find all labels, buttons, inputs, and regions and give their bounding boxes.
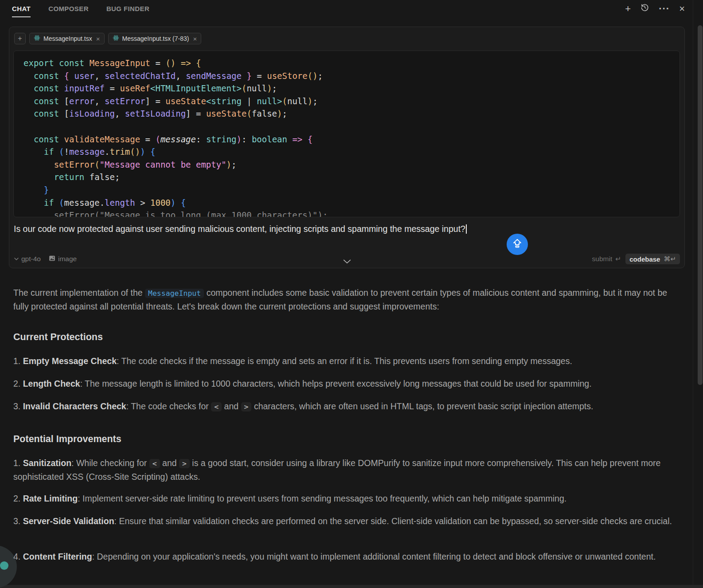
list-item: 2. Length Check: The message length is l… (13, 377, 680, 391)
react-icon (113, 35, 119, 43)
submit-arrow-icon (512, 238, 523, 251)
list-item: 1. Sanitization: While checking for < an… (13, 457, 680, 483)
model-name: gpt-4o (21, 255, 41, 263)
chip-label: MessageInput.tsx (43, 35, 92, 42)
inline-code: MessageInput (145, 289, 204, 298)
return-key-icon: ↵ (615, 255, 621, 263)
model-selector[interactable]: gpt-4o (14, 255, 41, 263)
attach-image-button[interactable]: image (48, 255, 77, 264)
code-line: if (message.length > 1000) { (23, 196, 680, 209)
code-line: export const MessageInput = () => { (23, 57, 680, 70)
bottom-edge (0, 585, 703, 588)
submit-action[interactable]: submit ↵ (592, 255, 621, 263)
chat-panel: CHATCOMPOSERBUG FINDER + ··· × + Message… (0, 0, 703, 588)
chip-close-icon[interactable]: × (96, 35, 100, 43)
add-context-button[interactable]: + (14, 33, 26, 44)
message-input[interactable]: Is our code now protected against user s… (14, 224, 670, 234)
inline-code: > (241, 402, 252, 412)
list-item: 2. Rate Limiting: Implement server-side … (13, 492, 680, 506)
close-panel-button[interactable]: × (679, 3, 685, 15)
more-options-button[interactable]: ··· (659, 3, 670, 15)
code-line: } (23, 184, 680, 196)
tab-composer[interactable]: COMPOSER (48, 5, 89, 16)
context-chips: + MessageInput.tsx×MessageInput.tsx (7-8… (14, 33, 201, 44)
send-button[interactable] (507, 234, 528, 255)
plus-icon: + (625, 3, 631, 15)
response-intro: The current implementation of the Messag… (13, 286, 679, 313)
ellipsis-icon: ··· (659, 3, 670, 15)
new-chat-button[interactable]: + (625, 3, 631, 15)
code-line: if (!message.trim()) { (23, 145, 680, 158)
code-line: const validateMessage = (message: string… (23, 133, 680, 146)
list-item: 3. Invalid Characters Check: The code ch… (13, 400, 680, 414)
inline-code: < (149, 459, 160, 468)
inline-code: < (211, 402, 222, 412)
scrollbar[interactable] (698, 25, 703, 385)
react-icon (34, 35, 40, 43)
image-icon (48, 255, 56, 264)
header-actions: + ··· × (625, 3, 685, 15)
plus-icon: + (18, 35, 22, 43)
inline-code: > (179, 459, 190, 468)
section-heading: Current Protections (13, 332, 103, 343)
history-icon (640, 3, 649, 15)
codebase-button[interactable]: codebase ⌘↵ (625, 254, 680, 264)
composer: + MessageInput.tsx×MessageInput.tsx (7-8… (9, 27, 685, 268)
tab-bar: CHATCOMPOSERBUG FINDER (0, 0, 703, 20)
list-item: 3. Server-Side Validation: Ensure that s… (13, 515, 680, 528)
tab-bug-finder[interactable]: BUG FINDER (106, 5, 149, 16)
close-icon: × (679, 3, 685, 15)
command-return-keys: ⌘↵ (664, 255, 676, 263)
chip-close-icon[interactable]: × (193, 35, 197, 43)
tab-chat[interactable]: CHAT (12, 5, 31, 17)
section-heading: Potential Improvements (13, 434, 121, 445)
list-item: 4. Content Filtering: Depending on your … (13, 550, 680, 564)
text-cursor (466, 224, 467, 234)
context-chip[interactable]: MessageInput.tsx (7-83)× (108, 33, 202, 44)
status-dot (0, 561, 8, 570)
history-button[interactable] (640, 3, 649, 15)
panel-divider (693, 0, 693, 588)
chevron-down-icon (14, 255, 19, 263)
code-line: setError("Message cannot be empty"); (23, 158, 680, 171)
code-line (23, 120, 680, 133)
image-label: image (58, 255, 77, 263)
code-content: export const MessageInput = () => { cons… (14, 51, 680, 217)
composer-footer: gpt-4o image submit ↵ codeba (14, 253, 680, 265)
code-line: setError("Message is too long (max 1000 … (23, 209, 680, 217)
list-item: 1. Empty Message Check: The code checks … (13, 355, 680, 368)
context-chip[interactable]: MessageInput.tsx× (29, 33, 105, 44)
code-line: return false; (23, 171, 680, 184)
code-line: const [isLoading, setIsLoading] = useSta… (23, 107, 680, 120)
code-line: const [error, setError] = useState<strin… (23, 95, 680, 108)
code-line: const inputRef = useRef<HTMLInputElement… (23, 82, 680, 95)
code-line: const { user, selectedChatId, sendMessag… (23, 70, 680, 82)
code-preview: export const MessageInput = () => { cons… (13, 51, 680, 217)
chip-label: MessageInput.tsx (7-83) (122, 35, 189, 42)
